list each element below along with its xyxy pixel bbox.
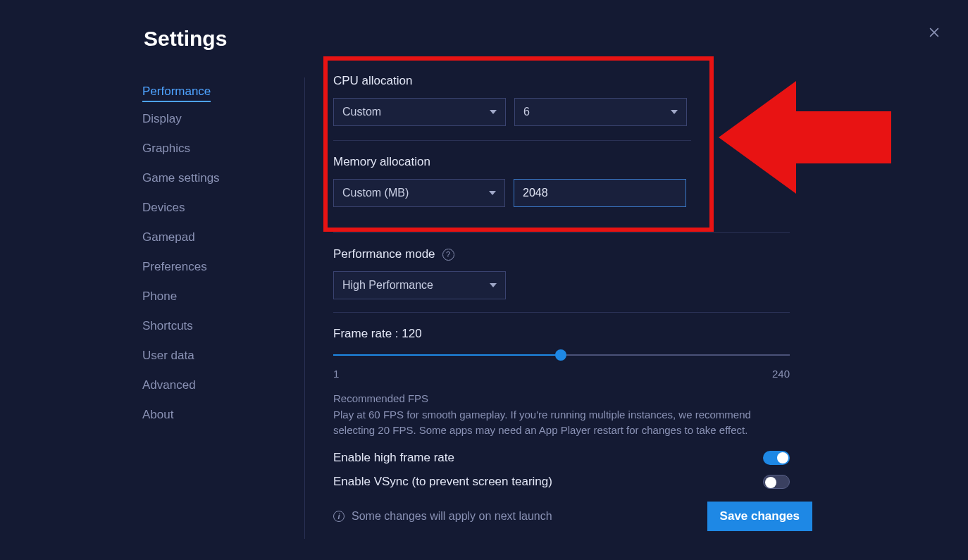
- sidebar-item-performance[interactable]: Performance: [142, 79, 211, 102]
- chevron-down-icon: [489, 191, 496, 195]
- frame-rate-slider[interactable]: [333, 348, 790, 362]
- performance-mode-value: High Performance: [342, 279, 433, 292]
- save-changes-button[interactable]: Save changes: [707, 502, 812, 531]
- sidebar-item-devices[interactable]: Devices: [142, 195, 283, 220]
- recommended-fps-body: Play at 60 FPS for smooth gameplay. If y…: [333, 407, 790, 438]
- toggle-knob: [777, 452, 788, 463]
- divider: [333, 232, 790, 233]
- footer-note: i Some changes will apply on next launch: [333, 510, 552, 523]
- sidebar-item-graphics[interactable]: Graphics: [142, 136, 283, 161]
- sidebar-item-label: Advanced: [142, 378, 196, 392]
- sidebar-item-label: About: [142, 408, 173, 421]
- slider-fill: [333, 354, 561, 356]
- vsync-row: Enable VSync (to prevent screen tearing): [333, 475, 790, 489]
- recommended-fps-title: Recommended FPS: [333, 392, 790, 404]
- cpu-allocation-section: CPU allocation Custom 6: [333, 74, 790, 126]
- cpu-mode-value: Custom: [342, 106, 381, 118]
- help-icon[interactable]: ?: [442, 249, 454, 261]
- cpu-count-value: 6: [523, 106, 530, 118]
- divider: [333, 140, 691, 141]
- toggle-knob: [765, 477, 776, 488]
- cpu-count-select[interactable]: 6: [514, 98, 687, 126]
- sidebar-item-label: Shortcuts: [142, 319, 193, 332]
- sidebar-item-gamepad[interactable]: Gamepad: [142, 225, 283, 250]
- close-icon: [927, 25, 941, 39]
- vsync-toggle[interactable]: [763, 475, 790, 489]
- sidebar-item-game-settings[interactable]: Game settings: [142, 166, 283, 191]
- sidebar-item-label: Devices: [142, 201, 185, 214]
- memory-value-input[interactable]: 2048: [514, 179, 686, 207]
- sidebar-item-label: Phone: [142, 290, 177, 303]
- info-icon: i: [333, 511, 345, 522]
- sidebar-item-preferences[interactable]: Preferences: [142, 254, 283, 280]
- performance-mode-select[interactable]: High Performance: [333, 271, 506, 299]
- chevron-down-icon: [671, 110, 678, 114]
- sidebar-item-label: Display: [142, 112, 182, 125]
- settings-sidebar: Performance Display Graphics Game settin…: [142, 79, 283, 432]
- sidebar-item-label: Graphics: [142, 142, 190, 155]
- sidebar-item-label: Preferences: [142, 260, 207, 273]
- sidebar-item-user-data[interactable]: User data: [142, 343, 283, 368]
- sidebar-item-display[interactable]: Display: [142, 106, 283, 132]
- sidebar-item-advanced[interactable]: Advanced: [142, 373, 283, 398]
- sidebar-item-label: User data: [142, 349, 194, 362]
- high-frame-rate-row: Enable high frame rate: [333, 451, 790, 465]
- sidebar-item-phone[interactable]: Phone: [142, 284, 283, 309]
- sidebar-item-label: Game settings: [142, 171, 220, 185]
- frame-rate-min: 1: [333, 368, 339, 380]
- footer: i Some changes will apply on next launch…: [333, 502, 812, 531]
- frame-rate-label: Frame rate : 120: [333, 327, 790, 341]
- footer-note-text: Some changes will apply on next launch: [352, 510, 552, 523]
- sidebar-item-about[interactable]: About: [142, 402, 283, 428]
- high-frame-rate-label: Enable high frame rate: [333, 451, 454, 465]
- slider-thumb[interactable]: [555, 349, 566, 361]
- chevron-down-icon: [490, 283, 497, 287]
- page-title: Settings: [144, 27, 227, 51]
- frame-rate-max: 240: [772, 368, 790, 380]
- memory-value: 2048: [523, 187, 548, 199]
- sidebar-item-label: Performance: [142, 85, 211, 98]
- vertical-divider: [304, 77, 305, 539]
- cpu-mode-select[interactable]: Custom: [333, 98, 506, 126]
- performance-mode-label: Performance mode: [333, 247, 435, 261]
- frame-rate-section: Frame rate : 120 1 240 Recommended FPS P…: [333, 327, 790, 489]
- memory-mode-value: Custom (MB): [342, 187, 409, 199]
- sidebar-item-label: Gamepad: [142, 230, 195, 244]
- performance-mode-section: Performance mode ? High Performance: [333, 247, 790, 299]
- memory-allocation-label: Memory allocation: [333, 155, 790, 169]
- sidebar-item-shortcuts[interactable]: Shortcuts: [142, 313, 283, 339]
- high-frame-rate-toggle[interactable]: [763, 451, 790, 465]
- chevron-down-icon: [490, 110, 497, 114]
- divider: [333, 312, 790, 313]
- memory-mode-select[interactable]: Custom (MB): [333, 179, 505, 207]
- vsync-label: Enable VSync (to prevent screen tearing): [333, 475, 552, 489]
- cpu-allocation-label: CPU allocation: [333, 74, 790, 88]
- settings-content: CPU allocation Custom 6 Memory allocatio…: [333, 74, 790, 489]
- memory-allocation-section: Memory allocation Custom (MB) 2048: [333, 155, 790, 207]
- close-button[interactable]: [927, 25, 941, 39]
